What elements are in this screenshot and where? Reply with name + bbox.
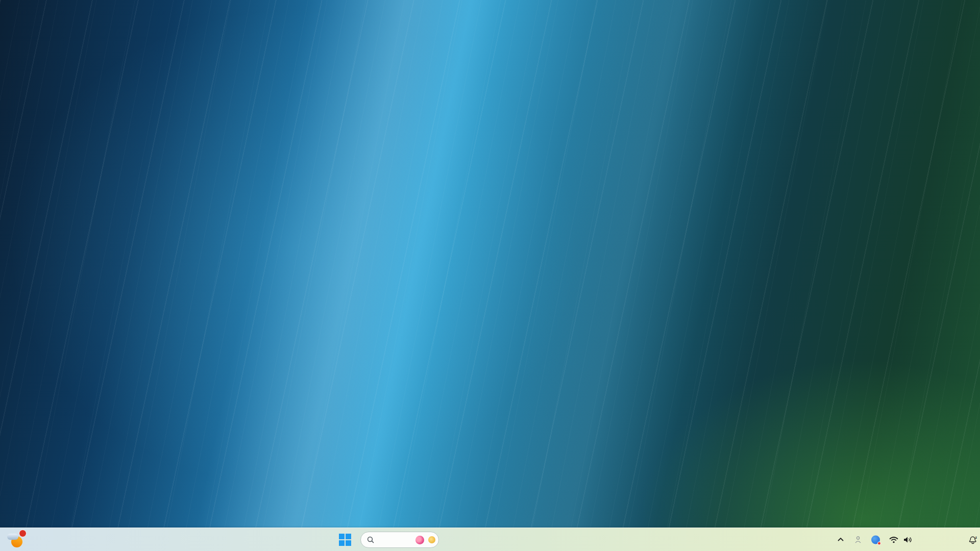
weather-widget[interactable]: [3, 529, 32, 550]
taskbar: z: [0, 528, 980, 551]
windows-logo-icon: [339, 534, 351, 546]
wifi-icon[interactable]: [889, 536, 898, 543]
flower-pink-icon: [415, 536, 424, 544]
tray-blue-app-icon[interactable]: [871, 536, 880, 544]
tray-person-icon[interactable]: [854, 536, 862, 544]
notification-bell-icon[interactable]: z: [968, 536, 978, 544]
volume-icon[interactable]: [903, 536, 913, 543]
weather-badge: [19, 530, 27, 537]
wallpaper-streaks: [0, 0, 980, 551]
search-icon: [367, 536, 374, 543]
start-button[interactable]: [335, 530, 355, 550]
tray-chevron-icon[interactable]: [837, 537, 844, 542]
search-input[interactable]: [360, 532, 439, 548]
desktop: z: [0, 0, 980, 551]
svg-text:z: z: [975, 536, 977, 539]
flower-yellow-icon: [428, 536, 435, 543]
weather-icon: [7, 532, 23, 548]
